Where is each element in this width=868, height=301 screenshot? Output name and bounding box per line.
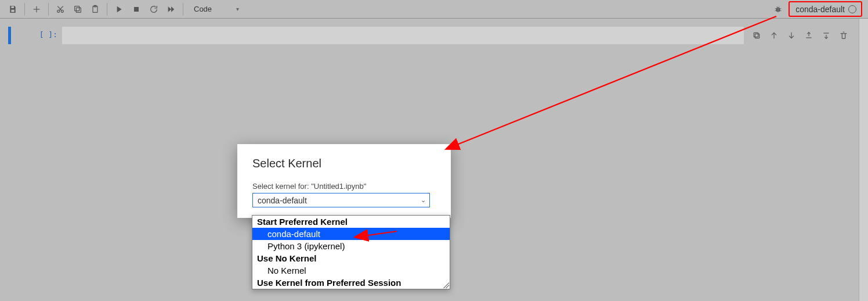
svg-line-22	[777, 6, 777, 8]
toolbar-divider	[24, 3, 25, 16]
notebook-toolbar: Code ▾ conda-default	[0, 0, 868, 19]
svg-rect-9	[75, 6, 79, 10]
svg-rect-0	[11, 6, 14, 8]
code-cell[interactable]: [ ]:	[8, 27, 854, 44]
kernel-indicator[interactable]: conda-default	[789, 1, 862, 17]
insert-above-icon[interactable]	[802, 28, 816, 42]
stop-icon[interactable]	[128, 1, 144, 17]
kernel-dropdown: Start Preferred Kernel conda-default Pyt…	[252, 215, 450, 289]
fast-forward-icon[interactable]	[163, 1, 179, 17]
svg-line-18	[775, 8, 777, 9]
copy-icon[interactable]	[70, 1, 86, 17]
cell-prompt: [ ]:	[34, 27, 62, 44]
toolbar-divider	[48, 3, 49, 16]
kernel-select[interactable]: conda-default ⌄	[252, 193, 430, 207]
cell-type-select[interactable]: Code ▾	[190, 2, 243, 16]
svg-rect-25	[754, 33, 758, 37]
svg-line-20	[780, 8, 782, 9]
svg-line-23	[779, 6, 779, 8]
dialog-subtitle: Select kernel for: "Untitled1.ipynb"	[252, 182, 436, 191]
chevron-down-icon: ▾	[236, 6, 239, 12]
kernel-status-icon	[848, 5, 856, 13]
delete-cell-icon[interactable]	[837, 28, 851, 42]
kernel-name-label: conda-default	[795, 5, 845, 14]
kernel-select-value: conda-default	[258, 196, 307, 205]
dialog-title: Select Kernel	[252, 157, 436, 170]
svg-rect-13	[134, 7, 139, 12]
run-icon[interactable]	[111, 1, 127, 17]
insert-below-icon[interactable]	[819, 28, 833, 42]
resize-handle-icon[interactable]	[443, 282, 449, 288]
dropdown-group-start: Start Preferred Kernel	[252, 216, 450, 228]
add-cell-icon[interactable]	[28, 1, 45, 17]
toolbar-divider	[107, 3, 107, 16]
dropdown-group-session: Use Kernel from Preferred Session	[252, 277, 450, 289]
chevron-down-icon: ⌄	[421, 196, 426, 204]
cell-toolbar	[744, 27, 854, 44]
svg-rect-1	[11, 9, 14, 12]
select-kernel-dialog: Select Kernel Select kernel for: "Untitl…	[237, 144, 451, 218]
svg-line-19	[775, 10, 777, 11]
cell-type-label: Code	[194, 5, 212, 13]
dropdown-item-no-kernel[interactable]: No Kernel	[252, 264, 450, 277]
move-up-icon[interactable]	[767, 28, 781, 42]
svg-marker-14	[168, 6, 171, 12]
move-down-icon[interactable]	[784, 28, 798, 42]
svg-marker-12	[117, 6, 122, 12]
bug-icon[interactable]	[770, 1, 786, 17]
save-icon[interactable]	[5, 1, 21, 17]
cell-input[interactable]	[62, 27, 744, 44]
paste-icon[interactable]	[87, 1, 103, 17]
svg-rect-24	[755, 34, 759, 38]
svg-line-21	[780, 10, 782, 11]
dropdown-item-python3[interactable]: Python 3 (ipykernel)	[252, 240, 450, 252]
dropdown-group-none: Use No Kernel	[252, 252, 450, 264]
svg-rect-8	[76, 8, 81, 12]
vertical-scrollbar[interactable]	[859, 19, 868, 301]
duplicate-cell-icon[interactable]	[750, 28, 764, 42]
dropdown-item-conda-default[interactable]: conda-default	[252, 228, 450, 240]
restart-icon[interactable]	[146, 1, 162, 17]
cut-icon[interactable]	[52, 1, 68, 17]
svg-marker-15	[171, 6, 174, 12]
toolbar-divider	[183, 3, 183, 16]
